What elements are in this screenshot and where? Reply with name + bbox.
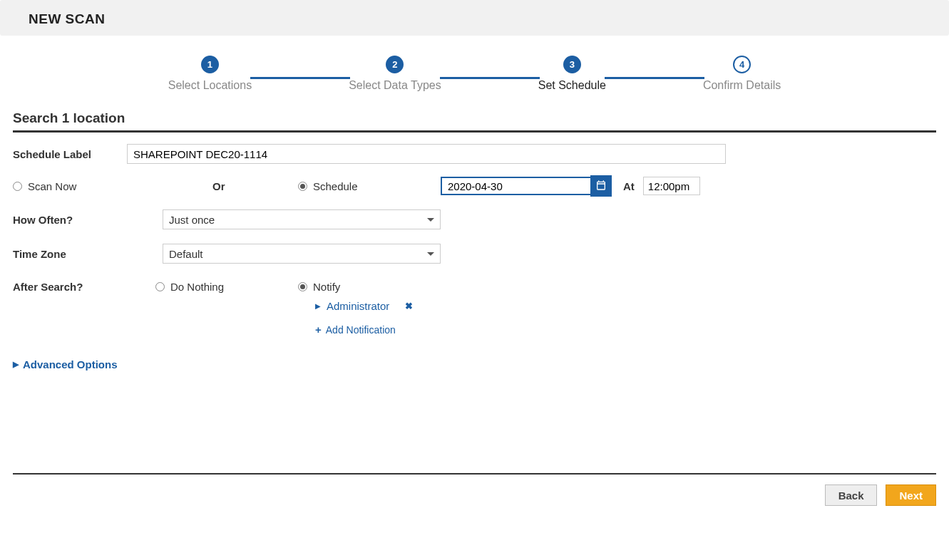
step-select-data-types[interactable]: 2 Select Data Types: [349, 56, 441, 92]
advanced-options-label: Advanced Options: [23, 358, 118, 370]
add-notification-button[interactable]: + Add Notification: [298, 323, 413, 336]
step-circle-2: 2: [386, 56, 404, 73]
calendar-button[interactable]: [590, 175, 612, 197]
or-label: Or: [212, 180, 298, 192]
step-circle-4: 4: [733, 56, 751, 73]
notify-label: Notify: [313, 281, 340, 293]
add-notification-label: Add Notification: [326, 324, 396, 336]
schedule-date-input[interactable]: [441, 177, 590, 195]
step-set-schedule[interactable]: 3 Set Schedule: [538, 56, 606, 92]
how-often-label: How Often?: [13, 214, 155, 226]
calendar-icon: [595, 180, 607, 193]
do-nothing-radio[interactable]: [155, 282, 165, 291]
page-title: NEW SCAN: [29, 11, 920, 27]
step-circle-3: 3: [563, 56, 581, 73]
how-often-value: Just once: [169, 214, 215, 226]
schedule-radio[interactable]: [298, 182, 307, 191]
scan-now-label: Scan Now: [28, 180, 76, 192]
back-button[interactable]: Back: [825, 484, 878, 506]
chevron-down-icon: [427, 218, 434, 222]
time-zone-select[interactable]: Default: [163, 244, 441, 264]
do-nothing-label: Do Nothing: [170, 281, 224, 293]
step-line: [605, 77, 704, 79]
schedule-time-input[interactable]: [643, 177, 700, 195]
step-circle-1: 1: [201, 56, 219, 73]
chevron-down-icon: [427, 252, 434, 256]
notify-radio[interactable]: [298, 282, 307, 291]
recipient-name[interactable]: Administrator: [327, 300, 389, 312]
how-often-select[interactable]: Just once: [163, 209, 441, 229]
schedule-label-input[interactable]: [127, 144, 726, 164]
step-label-4: Confirm Details: [703, 79, 781, 92]
scan-now-radio[interactable]: [13, 182, 22, 191]
step-line: [440, 77, 540, 79]
advanced-options-toggle[interactable]: ▶ Advanced Options: [13, 358, 936, 370]
schedule-label-label: Schedule Label: [13, 148, 120, 160]
step-label-1: Select Locations: [168, 79, 252, 92]
step-label-3: Set Schedule: [538, 79, 606, 92]
time-zone-value: Default: [169, 248, 203, 260]
step-line: [250, 77, 350, 79]
schedule-option-label: Schedule: [313, 180, 358, 192]
step-select-locations[interactable]: 1 Select Locations: [168, 56, 252, 92]
header-bar: NEW SCAN: [0, 0, 949, 36]
next-button[interactable]: Next: [886, 484, 936, 506]
divider: [13, 473, 936, 475]
plus-icon: +: [315, 323, 322, 336]
remove-recipient-button[interactable]: ✖: [405, 301, 413, 311]
triangle-right-icon: ▶: [315, 302, 321, 310]
section-title: Search 1 location: [13, 110, 936, 126]
at-label: At: [623, 180, 635, 192]
step-confirm-details[interactable]: 4 Confirm Details: [703, 56, 781, 92]
after-search-label: After Search?: [13, 281, 155, 293]
time-zone-label: Time Zone: [13, 248, 155, 260]
step-label-2: Select Data Types: [349, 79, 441, 92]
divider: [13, 130, 936, 133]
wizard-stepper: 1 Select Locations 2 Select Data Types 3…: [0, 56, 949, 92]
triangle-right-icon: ▶: [13, 360, 19, 369]
notification-recipient[interactable]: ▶ Administrator ✖: [298, 300, 413, 312]
